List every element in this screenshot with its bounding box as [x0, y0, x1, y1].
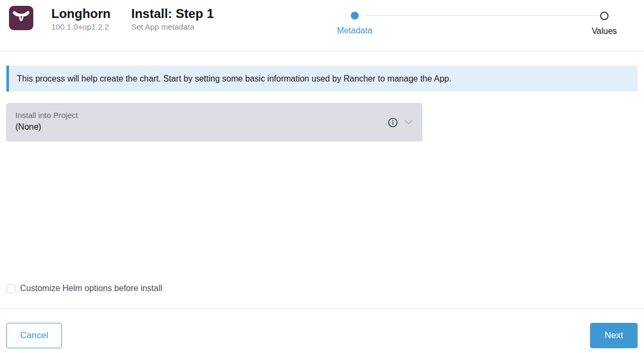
step-values-label: Values [592, 26, 617, 36]
footer-actions: Cancel Next [6, 323, 638, 348]
info-banner: This process will help create the chart.… [6, 66, 638, 92]
step-values[interactable]: Values [580, 12, 628, 36]
step-metadata[interactable]: Metadata [331, 12, 378, 35]
next-button[interactable]: Next [590, 323, 638, 348]
info-banner-text: This process will help create the chart.… [17, 74, 451, 84]
install-into-project-select[interactable]: Install into Project (None) [6, 103, 422, 141]
info-icon[interactable] [388, 117, 398, 128]
step-values-dot-icon [600, 12, 609, 20]
chevron-down-icon[interactable] [404, 120, 413, 125]
step-connector-line [365, 15, 599, 16]
customize-helm-checkbox-label: Customize Helm options before install [20, 284, 162, 293]
install-into-project-label: Install into Project [15, 110, 413, 121]
customize-helm-checkbox-row[interactable]: Customize Helm options before install [6, 284, 162, 293]
wizard-header: Longhorn 100.1.0+up1.2.2 Install: Step 1… [0, 0, 644, 51]
step-metadata-label: Metadata [337, 26, 373, 35]
step-indicator: Metadata Values [0, 0, 644, 51]
customize-helm-checkbox[interactable] [6, 284, 15, 293]
step-metadata-dot-icon [351, 12, 359, 20]
footer-divider [0, 309, 644, 309]
cancel-button[interactable]: Cancel [6, 323, 62, 348]
install-into-project-value: (None) [15, 121, 413, 133]
